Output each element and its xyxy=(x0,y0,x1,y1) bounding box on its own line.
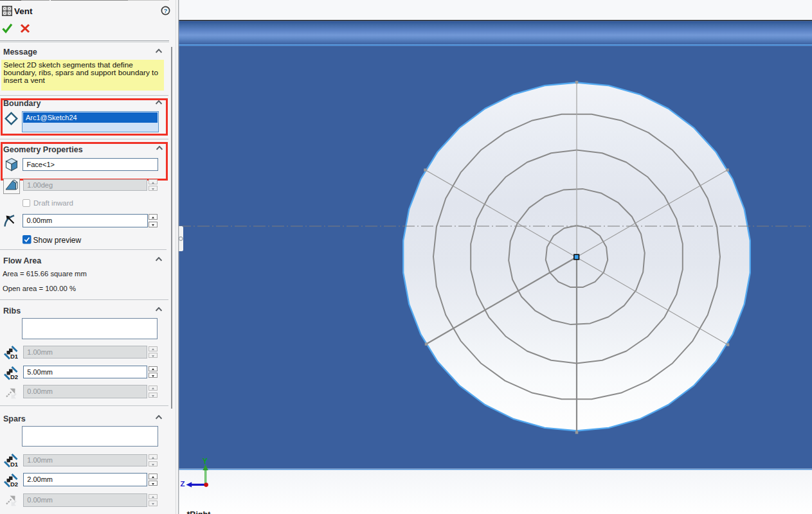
svg-text:D1: D1 xyxy=(10,461,18,468)
svg-text:*Right: *Right xyxy=(187,510,212,514)
svg-text:Z: Z xyxy=(181,480,185,488)
svg-text:D1: D1 xyxy=(10,353,18,360)
svg-text:D2: D2 xyxy=(10,481,18,488)
svg-text:?: ? xyxy=(164,7,168,14)
svg-text:Y: Y xyxy=(203,457,208,466)
svg-text:D2: D2 xyxy=(10,373,18,380)
